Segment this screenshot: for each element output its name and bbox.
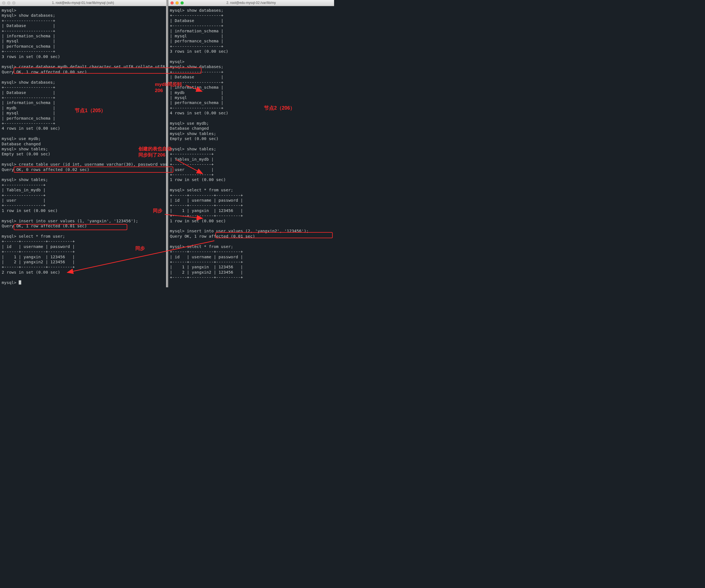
window-controls-right[interactable] — [171, 1, 184, 4]
titlebar-right[interactable]: 2. root@edu-mysql-02:/var/lib/my — [168, 0, 334, 6]
close-icon[interactable] — [171, 1, 174, 4]
maximize-icon[interactable] — [12, 1, 15, 4]
terminal-pane-right[interactable]: 2. root@edu-mysql-02:/var/lib/my mysql> … — [168, 0, 334, 287]
maximize-icon[interactable] — [181, 1, 184, 4]
window-title-right: 2. root@edu-mysql-02:/var/lib/my — [168, 1, 334, 5]
window-title-left: 1. root@edu-mysql-01:/var/lib/mysql (ssh… — [0, 1, 166, 5]
pane-divider[interactable] — [166, 0, 168, 287]
terminal-output-left[interactable]: mysql> mysql> show databases; +---------… — [0, 6, 166, 287]
minimize-icon[interactable] — [176, 1, 179, 4]
close-icon[interactable] — [2, 1, 5, 4]
minimize-icon[interactable] — [7, 1, 10, 4]
split-container: 1. root@edu-mysql-01:/var/lib/mysql (ssh… — [0, 0, 334, 287]
cursor — [19, 280, 21, 285]
terminal-pane-left[interactable]: 1. root@edu-mysql-01:/var/lib/mysql (ssh… — [0, 0, 166, 287]
window-controls-left[interactable] — [2, 1, 15, 4]
terminal-output-right[interactable]: mysql> show databases; +----------------… — [168, 6, 334, 282]
titlebar-left[interactable]: 1. root@edu-mysql-01:/var/lib/mysql (ssh… — [0, 0, 166, 6]
